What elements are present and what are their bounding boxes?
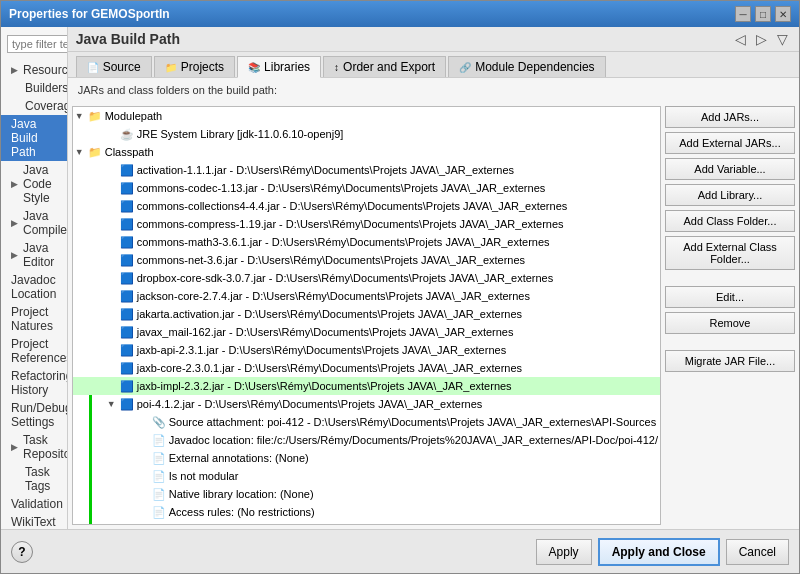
tree-item-jaxb-api[interactable]: ▶ 🟦 jaxb-api-2.3.1.jar - D:\Users\Rémy\D… bbox=[73, 341, 660, 359]
tree-item-modulepath[interactable]: ▼ 📁 Modulepath bbox=[73, 107, 660, 125]
tree-item-commons-compress[interactable]: ▶ 🟦 commons-compress-1.19.jar - D:\Users… bbox=[73, 215, 660, 233]
tab-libraries[interactable]: 📚 Libraries bbox=[237, 56, 321, 78]
tree-item-poi[interactable]: ▼ 🟦 poi-4.1.2.jar - D:\Users\Rémy\Docume… bbox=[73, 395, 660, 413]
tree-item-activation[interactable]: ▶ 🟦 activation-1.1.1.jar - D:\Users\Rémy… bbox=[73, 161, 660, 179]
migrate-jar-button[interactable]: Migrate JAR File... bbox=[665, 350, 795, 372]
add-variable-button[interactable]: Add Variable... bbox=[665, 158, 795, 180]
sidebar-item-label: Java Compiler bbox=[23, 209, 68, 237]
sidebar-item-project-natures[interactable]: Project Natures bbox=[1, 303, 67, 335]
tree-item-commons-codec[interactable]: ▶ 🟦 commons-codec-1.13.jar - D:\Users\Ré… bbox=[73, 179, 660, 197]
jar-icon: 🟦 bbox=[119, 200, 135, 213]
path-label: JARs and class folders on the build path… bbox=[68, 78, 799, 102]
close-button[interactable]: ✕ bbox=[775, 6, 791, 22]
tree-item-label: Access rules: (No restrictions) bbox=[169, 506, 315, 518]
sidebar-item-builders[interactable]: Builders bbox=[1, 79, 67, 97]
add-jars-button[interactable]: Add JARs... bbox=[665, 106, 795, 128]
tree-item-poi-visible[interactable]: ▶ 📄 Visible only for test sources: No bbox=[73, 521, 660, 525]
sidebar-item-coverage[interactable]: Coverage bbox=[1, 97, 67, 115]
remove-button[interactable]: Remove bbox=[665, 312, 795, 334]
apply-close-button[interactable]: Apply and Close bbox=[598, 538, 720, 566]
tree-item-commons-math3[interactable]: ▶ 🟦 commons-math3-3.6.1.jar - D:\Users\R… bbox=[73, 233, 660, 251]
sidebar-item-task-tags[interactable]: Task Tags bbox=[1, 463, 67, 495]
sidebar-item-javadoc-location[interactable]: Javadoc Location bbox=[1, 271, 67, 303]
content-area: ▶ Resource Builders Coverage Java Build … bbox=[1, 27, 799, 529]
tab-order-label: Order and Export bbox=[343, 60, 435, 74]
tree-item-poi-modular[interactable]: ▶ 📄 Is not modular bbox=[73, 467, 660, 485]
sidebar-item-java-code-style[interactable]: ▶ Java Code Style bbox=[1, 161, 67, 207]
projects-tab-icon: 📁 bbox=[165, 62, 177, 73]
source-icon: 📎 bbox=[151, 416, 167, 429]
tree-item-poi-source[interactable]: ▶ 📎 Source attachment: poi-412 - D:\User… bbox=[73, 413, 660, 431]
sidebar-item-resource[interactable]: ▶ Resource bbox=[1, 61, 67, 79]
apply-button[interactable]: Apply bbox=[536, 539, 592, 565]
edit-button[interactable]: Edit... bbox=[665, 286, 795, 308]
tree-item-jackson[interactable]: ▶ 🟦 jackson-core-2.7.4.jar - D:\Users\Ré… bbox=[73, 287, 660, 305]
tree-item-label: jaxb-core-2.3.0.1.jar - D:\Users\Rémy\Do… bbox=[137, 362, 522, 374]
nav-back-button[interactable]: ◁ bbox=[732, 31, 749, 47]
jar-icon: 🟦 bbox=[119, 380, 135, 393]
tree-item-jakarta[interactable]: ▶ 🟦 jakarta.activation.jar - D:\Users\Ré… bbox=[73, 305, 660, 323]
tab-source[interactable]: 📄 Source bbox=[76, 56, 152, 77]
bottom-bar: ? Apply Apply and Close Cancel bbox=[1, 529, 799, 573]
sidebar-item-task-repository[interactable]: ▶ Task Repository bbox=[1, 431, 67, 463]
tab-projects[interactable]: 📁 Projects bbox=[154, 56, 235, 77]
native-icon: 📄 bbox=[151, 488, 167, 501]
sidebar-item-label: Validation bbox=[11, 497, 63, 511]
sidebar-item-java-compiler[interactable]: ▶ Java Compiler bbox=[1, 207, 67, 239]
jre-icon: ☕ bbox=[119, 128, 135, 141]
filter-input[interactable] bbox=[7, 35, 68, 53]
tree-item-jaxb-core[interactable]: ▶ 🟦 jaxb-core-2.3.0.1.jar - D:\Users\Rém… bbox=[73, 359, 660, 377]
maximize-button[interactable]: □ bbox=[755, 6, 771, 22]
tree-item-javax-mail[interactable]: ▶ 🟦 javax_mail-162.jar - D:\Users\Rémy\D… bbox=[73, 323, 660, 341]
tree-item-label: dropbox-core-sdk-3.0.7.jar - D:\Users\Ré… bbox=[137, 272, 554, 284]
expand-arrow: ▶ bbox=[11, 65, 18, 75]
sidebar-item-java-editor[interactable]: ▶ Java Editor bbox=[1, 239, 67, 271]
tab-order-export[interactable]: ↕ Order and Export bbox=[323, 56, 446, 77]
green-bar bbox=[89, 395, 92, 525]
tree-item-poi-annotations[interactable]: ▶ 📄 External annotations: (None) bbox=[73, 449, 660, 467]
tree-item-label: activation-1.1.1.jar - D:\Users\Rémy\Doc… bbox=[137, 164, 514, 176]
tree-item-poi-native[interactable]: ▶ 📄 Native library location: (None) bbox=[73, 485, 660, 503]
nav-menu-button[interactable]: ▽ bbox=[774, 31, 791, 47]
classpath-icon: 📁 bbox=[87, 146, 103, 159]
tree-item-jaxb-impl[interactable]: ▶ 🟦 jaxb-impl-2.3.2.jar - D:\Users\Rémy\… bbox=[73, 377, 660, 395]
tree-item-poi-access[interactable]: ▶ 📄 Access rules: (No restrictions) bbox=[73, 503, 660, 521]
tree-item-poi-javadoc[interactable]: ▶ 📄 Javadoc location: file:/c:/Users/Rém… bbox=[73, 431, 660, 449]
jar-icon: 🟦 bbox=[119, 398, 135, 411]
sidebar-item-wikitext[interactable]: WikiText bbox=[1, 513, 67, 529]
nav-arrow-button[interactable]: ▷ bbox=[753, 31, 770, 47]
sidebar-item-java-build-path[interactable]: Java Build Path bbox=[1, 115, 67, 161]
expand-icon[interactable]: ▼ bbox=[75, 147, 87, 157]
tabs-bar: 📄 Source 📁 Projects 📚 Libraries ↕ Order … bbox=[68, 52, 799, 78]
add-external-jars-button[interactable]: Add External JARs... bbox=[665, 132, 795, 154]
sidebar-item-run-debug[interactable]: Run/Debug Settings bbox=[1, 399, 67, 431]
add-library-button[interactable]: Add Library... bbox=[665, 184, 795, 206]
main-title: Java Build Path bbox=[76, 31, 180, 47]
tree-item-classpath[interactable]: ▼ 📁 Classpath bbox=[73, 143, 660, 161]
expand-icon[interactable]: ▼ bbox=[75, 111, 87, 121]
expand-icon[interactable]: ▼ bbox=[107, 399, 119, 409]
header-nav: ◁ ▷ ▽ bbox=[732, 31, 791, 47]
sidebar-item-validation[interactable]: Validation bbox=[1, 495, 67, 513]
sidebar-item-refactoring-history[interactable]: Refactoring History bbox=[1, 367, 67, 399]
tab-module-dependencies[interactable]: 🔗 Module Dependencies bbox=[448, 56, 605, 77]
tree-item-commons-collections4[interactable]: ▶ 🟦 commons-collections4-4.4.jar - D:\Us… bbox=[73, 197, 660, 215]
tree-item-label: Classpath bbox=[105, 146, 154, 158]
tree-item-label: commons-codec-1.13.jar - D:\Users\Rémy\D… bbox=[137, 182, 546, 194]
tree-item-dropbox[interactable]: ▶ 🟦 dropbox-core-sdk-3.0.7.jar - D:\User… bbox=[73, 269, 660, 287]
tree-item-commons-net[interactable]: ▶ 🟦 commons-net-3.6.jar - D:\Users\Rémy\… bbox=[73, 251, 660, 269]
add-class-folder-button[interactable]: Add Class Folder... bbox=[665, 210, 795, 232]
sidebar-item-project-references[interactable]: Project References bbox=[1, 335, 67, 367]
help-button[interactable]: ? bbox=[11, 541, 33, 563]
cancel-button[interactable]: Cancel bbox=[726, 539, 789, 565]
tree-panel[interactable]: ▼ 📁 Modulepath ▶ ☕ JRE System Library [j… bbox=[72, 106, 661, 525]
button-panel: Add JARs... Add External JARs... Add Var… bbox=[665, 106, 795, 525]
add-external-class-folder-button[interactable]: Add External Class Folder... bbox=[665, 236, 795, 270]
tree-item-jre[interactable]: ▶ ☕ JRE System Library [jdk-11.0.6.10-op… bbox=[73, 125, 660, 143]
sidebar-search-area bbox=[1, 31, 67, 57]
tree-item-label: Javadoc location: file:/c:/Users/Rémy/Do… bbox=[169, 434, 658, 446]
tree-item-label: Source attachment: poi-412 - D:\Users\Ré… bbox=[169, 416, 656, 428]
sidebar-item-label: Builders bbox=[25, 81, 68, 95]
minimize-button[interactable]: ─ bbox=[735, 6, 751, 22]
sidebar-item-label: Java Code Style bbox=[23, 163, 61, 205]
